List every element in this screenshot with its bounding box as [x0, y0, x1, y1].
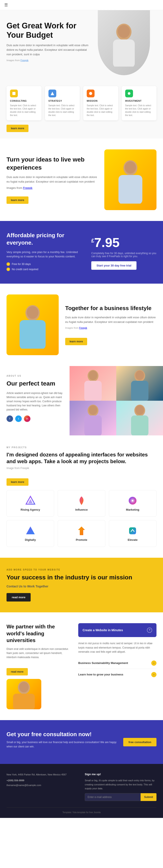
footer-phone[interactable]: +(509) 556-9999 — [6, 778, 78, 782]
about-top: ABOUT US Our perfect team Article wadent… — [0, 366, 163, 435]
price-period: Completely free for 30 days, unlimited e… — [91, 252, 157, 258]
mission-subtitle: Contact Us to Work Together — [6, 584, 157, 589]
services-learn-more-button[interactable]: learn more — [6, 125, 28, 132]
consulting-icon — [10, 90, 18, 97]
universities-read-more-button[interactable]: read more — [6, 668, 28, 676]
consultation-inner: Get your free consultation now! Small or… — [6, 731, 157, 753]
team-photo-1 — [70, 366, 116, 401]
promote-name: Promote — [76, 538, 87, 541]
elevate-logo — [127, 526, 138, 536]
svg-rect-18 — [131, 381, 148, 401]
hero-source-link[interactable]: Freepik — [21, 59, 28, 62]
hero-description: Duis aute irure dolor in reprehenderit i… — [6, 43, 89, 57]
signup-email-input[interactable] — [85, 793, 141, 801]
projects-learn-more-button[interactable]: learn more — [6, 478, 28, 486]
pricing-trial-button[interactable]: Start your 30 day free trial — [91, 261, 136, 270]
marketing-logo — [127, 495, 138, 506]
mission-label: ADD MORE SPEED TO YOUR WEBSITE — [6, 568, 157, 571]
hero-person-image — [98, 10, 150, 75]
consulting-text: Sample text. Click to select the text bo… — [10, 104, 38, 117]
svg-rect-12 — [20, 320, 46, 349]
service-strategy: STRATEGY Sample text. Click to select th… — [45, 86, 80, 120]
universities-person-image — [6, 679, 41, 709]
elevate-name: Elevate — [128, 538, 138, 541]
svg-rect-9 — [118, 175, 142, 204]
social-icons: f t in — [6, 415, 63, 422]
svg-rect-24 — [131, 415, 148, 435]
project-promote[interactable]: Promote — [58, 520, 105, 547]
navigation: ☰ — [0, 0, 163, 10]
question-icon: ? — [147, 627, 152, 633]
projects-grid: Rising Agency Influence Marketing — [6, 490, 157, 547]
about-section: ABOUT US Our perfect team Article wadent… — [0, 366, 163, 435]
turn-ideas-learn-more-button[interactable]: learn more — [6, 196, 28, 204]
svg-rect-32 — [129, 527, 136, 534]
price-display: £ 7.95 — [91, 235, 157, 250]
hero-title: Get Great Work for Your Budget — [6, 21, 89, 40]
svg-point-2 — [118, 25, 130, 38]
footer-email[interactable]: thename@name@Example.com — [6, 783, 78, 787]
signup-form: Submit — [85, 793, 157, 801]
svg-point-10 — [125, 161, 136, 174]
mission-section: ADD MORE SPEED TO YOUR WEBSITE Your succ… — [0, 558, 163, 613]
consulting-title: CONSULTING — [10, 99, 38, 102]
svg-point-19 — [135, 371, 144, 380]
instagram-icon[interactable]: in — [24, 415, 30, 422]
footer-address: New York, 4456 Parker Rd. Allentown, New… — [6, 773, 78, 777]
course-arrow-1: › — [151, 660, 157, 666]
digitally-name: Digitally — [25, 538, 36, 541]
team-photo-2 — [116, 366, 163, 401]
svg-rect-34 — [13, 694, 35, 709]
pricing-feature-1: ✓ Free for 30 days — [6, 262, 85, 266]
projects-title: I'm designed dozens of appealing interfa… — [6, 451, 157, 465]
project-digitally[interactable]: Digitally — [6, 520, 54, 547]
svg-point-13 — [27, 306, 38, 319]
footer: New York, 4456 Parker Rd. Allentown, New… — [0, 764, 163, 818]
pricing-right: £ 7.95 Completely free for 30 days, unli… — [91, 235, 157, 270]
project-marketing[interactable]: Marketing — [109, 490, 157, 517]
svg-point-30 — [132, 500, 133, 501]
consultation-text: Get your free consultation now! Small or… — [6, 731, 123, 753]
facebook-icon[interactable]: f — [6, 415, 13, 422]
turn-ideas-source-link[interactable]: Freepik — [23, 186, 32, 189]
footer-signup-col: Sign me up! Small or big, it's quite sim… — [85, 773, 157, 801]
project-elevate[interactable]: Elevate — [109, 520, 157, 547]
svg-point-16 — [89, 371, 98, 380]
service-mission: MISSION Sample text. Click to select the… — [83, 86, 118, 120]
course-item-2[interactable]: Learn how to grow your business › — [78, 669, 157, 680]
team-photo-4 — [116, 401, 163, 435]
mission-icon — [87, 90, 94, 97]
course-name-2: Learn how to grow your business — [78, 673, 123, 676]
hero-source: Images from Freepik — [6, 59, 89, 62]
pricing-features: ✓ Free for 30 days ✓ No credit card requ… — [6, 262, 85, 271]
menu-icon[interactable]: ☰ — [4, 3, 8, 7]
pricing-title: Affordable pricing for everyone. — [6, 232, 85, 247]
pricing-left: Affordable pricing for everyone. Very si… — [6, 232, 85, 273]
course-item-1[interactable]: Business Sustainability Management › — [78, 657, 157, 669]
mission-title: MISSION — [87, 99, 115, 102]
investment-icon — [125, 90, 133, 97]
business-content: Together for a business lifestyle Duis a… — [65, 305, 157, 345]
consultation-description: Small or big, your business will love ou… — [6, 740, 123, 748]
price-amount: 7.95 — [94, 235, 119, 250]
mission-read-more-button[interactable]: read more — [6, 593, 31, 601]
services-section: CONSULTING Sample text. Click to select … — [0, 80, 163, 138]
mission-title: Your success in the industry is our miss… — [6, 574, 157, 581]
project-rising[interactable]: Rising Agency — [6, 490, 54, 517]
mission-text: Sample text. Click to select the text bo… — [87, 104, 115, 117]
influence-logo — [76, 495, 87, 506]
universities-right: Create a Website in Minutes ? Amet in ni… — [78, 623, 157, 709]
business-learn-more-button[interactable]: learn more — [65, 338, 87, 345]
signup-submit-button[interactable]: Submit — [141, 793, 157, 801]
svg-marker-5 — [51, 92, 54, 95]
business-source-link[interactable]: Freepik — [79, 327, 87, 329]
free-consultation-button[interactable]: free consultation — [123, 738, 157, 746]
strategy-icon — [49, 90, 56, 97]
price-currency: £ — [91, 238, 94, 244]
twitter-icon[interactable]: t — [15, 415, 22, 422]
about-label: ABOUT US — [6, 375, 63, 377]
business-title: Together for a business lifestyle — [65, 305, 157, 312]
hero-image — [98, 10, 159, 75]
project-influence[interactable]: Influence — [58, 490, 105, 517]
pricing-feature-2: ✓ No credit card required — [6, 268, 85, 271]
